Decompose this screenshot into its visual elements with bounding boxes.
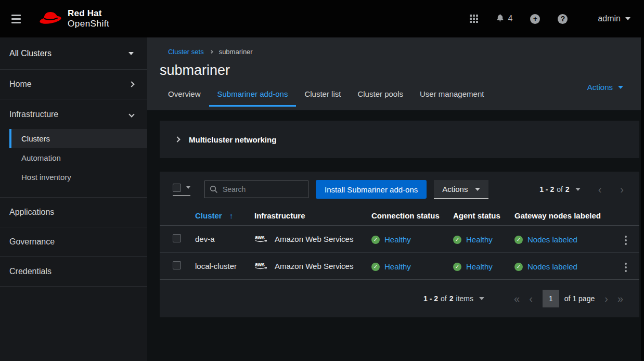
caret-down-icon [475, 188, 480, 191]
page-actions-dropdown[interactable]: Actions [587, 83, 623, 92]
connection-status-link[interactable]: Healthy [384, 262, 411, 271]
notification-count: 4 [508, 14, 513, 23]
check-circle-icon: ✓ [371, 263, 380, 271]
help-icon[interactable]: ? [558, 14, 568, 24]
column-header-infrastructure: Infrastructure [250, 205, 367, 226]
select-all-checkbox[interactable] [173, 184, 181, 192]
scrollbar[interactable] [641, 37, 644, 361]
gateway-nodes-link[interactable]: Nodes labeled [527, 262, 577, 271]
pagination-total: 2 [565, 185, 570, 194]
username: admin [598, 14, 621, 23]
chevron-right-icon [128, 81, 134, 87]
infrastructure-name: Amazon Web Services [275, 235, 353, 243]
check-circle-icon: ✓ [371, 236, 380, 244]
connection-status-link[interactable]: Healthy [384, 235, 411, 244]
tab-overview[interactable]: Overview [160, 83, 209, 107]
breadcrumb-current: submariner [219, 48, 253, 56]
pagination-total: 2 [449, 294, 454, 303]
svg-text:aws: aws [255, 234, 265, 240]
pagination-bottom: 1 - 2 of 2 items « ‹ of 1 page › » [160, 280, 639, 317]
actions-label: Actions [587, 83, 613, 92]
user-menu[interactable]: admin [598, 14, 630, 23]
sidebar-item-home[interactable]: Home [0, 70, 147, 99]
content-area: Multicluster networking Install Submarin… [147, 110, 644, 361]
brand-product: OpenShift [68, 19, 109, 29]
row-kebab-menu[interactable] [620, 257, 632, 275]
submariner-clusters-table: Cluster ↑ Infrastructure Connection stat… [160, 205, 639, 280]
sidebar-item-automation[interactable]: Automation [9, 148, 147, 167]
column-label: Cluster [195, 211, 222, 220]
tab-user-management[interactable]: User management [411, 83, 492, 107]
current-page-input[interactable] [543, 290, 559, 307]
table-toolbar: Install Submariner add-ons Actions 1 - 2… [160, 172, 639, 205]
caret-down-icon [479, 297, 484, 300]
pagination-items-label: items [456, 294, 473, 303]
bulk-select-dropdown[interactable] [173, 184, 190, 196]
row-kebab-menu[interactable] [620, 230, 632, 248]
caret-down-icon [186, 186, 190, 189]
gateway-nodes-link[interactable]: Nodes labeled [527, 235, 577, 244]
brand-name: Red Hat [68, 8, 109, 19]
agent-status-link[interactable]: Healthy [466, 262, 493, 271]
pagination-of-label: of [557, 185, 563, 194]
nav-toggle-hamburger-icon[interactable] [9, 12, 23, 25]
first-page-button[interactable]: « [514, 293, 520, 304]
sidebar-item-label: Applications [9, 208, 54, 217]
next-page-button[interactable]: › [604, 293, 608, 304]
multicluster-networking-expandable[interactable]: Multicluster networking [160, 121, 639, 158]
expandable-section-title: Multicluster networking [189, 135, 276, 144]
redhat-fedora-logo-icon [38, 9, 62, 28]
chevron-right-icon [210, 50, 213, 54]
install-submariner-add-ons-button[interactable]: Install Submariner add-ons [316, 180, 427, 199]
sidebar-item-label: Home [9, 80, 32, 89]
table-row: local-cluster aws Amazon Web Services ✓H… [160, 253, 639, 280]
cluster-context-selector[interactable]: All Clusters [0, 37, 147, 70]
svg-text:aws: aws [255, 261, 265, 267]
page-count-label: of 1 page [564, 294, 595, 303]
check-circle-icon: ✓ [453, 236, 461, 244]
search-icon [210, 185, 218, 194]
chevron-right-icon [174, 136, 180, 142]
caret-down-icon [618, 86, 623, 89]
sidebar-item-credentials[interactable]: Credentials [0, 257, 147, 287]
check-circle-icon: ✓ [514, 236, 523, 244]
pagination-summary-dropdown[interactable]: 1 - 2 of 2 items [423, 294, 484, 303]
tab-cluster-pools[interactable]: Cluster pools [349, 83, 411, 107]
pagination-of-label: of [441, 294, 447, 303]
next-page-button[interactable]: › [620, 184, 624, 195]
create-plus-icon[interactable]: + [530, 14, 540, 24]
kebab-icon [625, 266, 627, 268]
breadcrumb-cluster-sets-link[interactable]: Cluster sets [168, 48, 204, 56]
tab-cluster-list[interactable]: Cluster list [296, 83, 349, 107]
header-checkbox-column [160, 205, 191, 226]
sidebar-item-label: Infrastructure [9, 110, 58, 119]
search-input[interactable] [204, 180, 308, 198]
previous-page-button[interactable]: ‹ [529, 293, 533, 304]
row-select-checkbox[interactable] [173, 261, 181, 269]
sidebar-item-applications[interactable]: Applications [0, 198, 147, 227]
column-header-gateway-nodes-labeled: Gateway nodes labeled [510, 205, 612, 226]
previous-page-button[interactable]: ‹ [598, 184, 602, 195]
sidebar-item-label: Credentials [9, 267, 51, 276]
sidebar-item-clusters[interactable]: Clusters [9, 129, 147, 148]
row-select-checkbox[interactable] [173, 234, 181, 242]
notifications-button[interactable]: 4 [496, 14, 513, 24]
pagination-summary-dropdown[interactable]: 1 - 2 of 2 [539, 185, 581, 194]
sidebar-item-governance[interactable]: Governance [0, 227, 147, 257]
brand[interactable]: Red Hat OpenShift [38, 8, 109, 29]
tab-submariner-add-ons[interactable]: Submariner add-ons [209, 83, 297, 107]
column-header-cluster[interactable]: Cluster ↑ [191, 205, 250, 226]
sidebar: All Clusters Home Infrastructure Cluster… [0, 37, 147, 361]
sidebar-item-host-inventory[interactable]: Host inventory [9, 167, 147, 187]
check-circle-icon: ✓ [453, 263, 461, 271]
cluster-name: dev-a [191, 226, 250, 253]
sidebar-item-infrastructure[interactable]: Infrastructure [0, 99, 147, 129]
sidebar-item-label: Host inventory [21, 173, 71, 182]
sidebar-item-label: Automation [21, 153, 61, 162]
sidebar-item-label: Governance [9, 237, 55, 247]
toolbar-actions-dropdown[interactable]: Actions [434, 180, 488, 199]
actions-label: Actions [442, 185, 468, 194]
agent-status-link[interactable]: Healthy [466, 235, 493, 244]
last-page-button[interactable]: » [617, 293, 623, 304]
app-launcher-grid-icon[interactable] [470, 15, 478, 23]
